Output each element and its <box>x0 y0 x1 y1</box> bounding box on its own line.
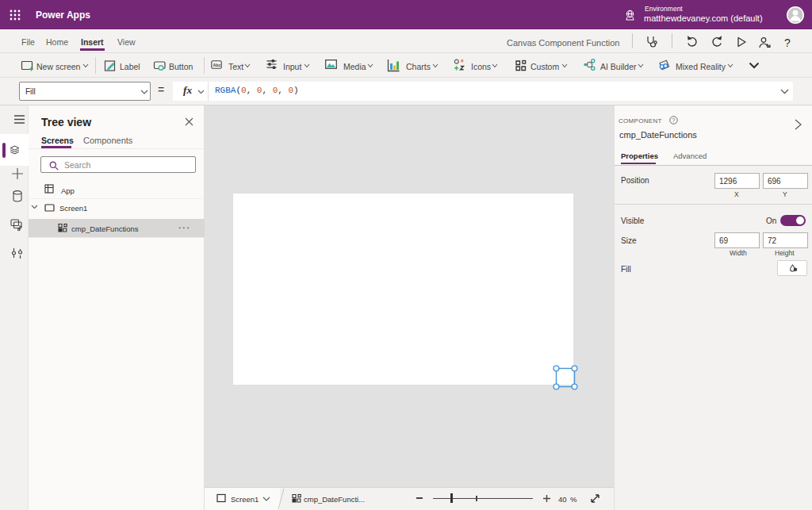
svg-text:?: ? <box>672 117 675 123</box>
svg-text:Abc: Abc <box>213 63 220 67</box>
